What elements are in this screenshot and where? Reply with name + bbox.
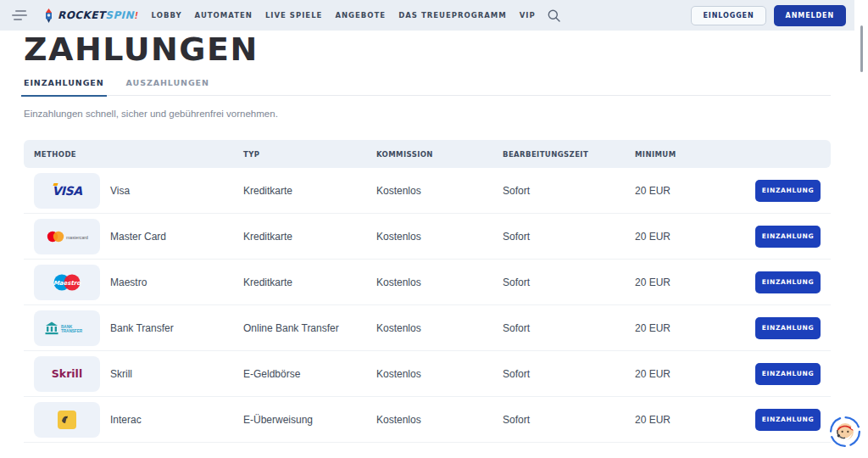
- column-header-kommission: KOMMISSION: [366, 150, 492, 159]
- support-santa-icon: [829, 416, 861, 448]
- method-kommission: Kostenlos: [366, 276, 492, 288]
- signup-button[interactable]: ANMELDEN: [774, 5, 846, 26]
- payments-tabs: EINZAHLUNGEN AUSZAHLUNGEN: [24, 78, 831, 96]
- svg-text:BANK: BANK: [61, 324, 73, 328]
- top-navigation-bar: ROCKETSPIN ! LOBBYAUTOMATENLIVE SPIELEAN…: [0, 0, 854, 31]
- auth-buttons: EINLOGGEN ANMELDEN: [691, 5, 846, 26]
- column-header-bearbeitungszeit: BEARBEITUNGSZEIT: [492, 150, 625, 159]
- method-typ: Kreditkarte: [233, 231, 366, 243]
- method-bearbeitungszeit: Sofort: [492, 414, 625, 426]
- method-name: Interac: [100, 414, 233, 426]
- nav-item-lobby[interactable]: LOBBY: [152, 11, 182, 20]
- method-kommission: Kostenlos: [366, 231, 492, 243]
- method-minimum: 20 EUR: [625, 276, 755, 288]
- method-bearbeitungszeit: Sofort: [492, 276, 625, 288]
- table-header: METHODE TYP KOMMISSION BEARBEITUNGSZEIT …: [24, 140, 831, 168]
- method-bearbeitungszeit: Sofort: [492, 322, 625, 334]
- svg-text:mastercard: mastercard: [66, 234, 88, 239]
- mastercard-logo: mastercard: [34, 219, 100, 254]
- table-row: mastercardMaster CardKreditkarteKostenlo…: [24, 214, 831, 260]
- page-description: Einzahlungen schnell, sicher und gebühre…: [24, 109, 831, 119]
- method-typ: Online Bank Transfer: [233, 322, 366, 334]
- table-row: VISAVisaKreditkarteKostenlosSofort20 EUR…: [24, 168, 831, 214]
- einzahlung-button[interactable]: EINZAHLUNG: [755, 226, 821, 248]
- method-typ: E-Geldbörse: [233, 368, 366, 380]
- interac-logo: [34, 402, 100, 438]
- method-typ: Kreditkarte: [233, 185, 366, 197]
- search-icon[interactable]: [548, 9, 560, 22]
- chat-widget[interactable]: [829, 416, 861, 448]
- tab-auszahlungen[interactable]: AUSZAHLUNGEN: [126, 78, 209, 87]
- method-bearbeitungszeit: Sofort: [492, 368, 625, 380]
- payments-table-body: VISAVisaKreditkarteKostenlosSofort20 EUR…: [24, 168, 831, 443]
- nav-item-automaten[interactable]: AUTOMATEN: [195, 11, 253, 20]
- nav-item-live-spiele[interactable]: LIVE SPIELE: [265, 11, 322, 20]
- einzahlung-button[interactable]: EINZAHLUNG: [755, 363, 821, 385]
- method-kommission: Kostenlos: [366, 368, 492, 380]
- logo[interactable]: ROCKETSPIN !: [42, 8, 138, 23]
- method-bearbeitungszeit: Sofort: [492, 185, 625, 197]
- bank-transfer-logo: BANKTRANSFER: [34, 310, 100, 346]
- einzahlung-button[interactable]: EINZAHLUNG: [755, 317, 821, 339]
- method-kommission: Kostenlos: [366, 414, 492, 426]
- method-minimum: 20 EUR: [625, 185, 755, 197]
- page-title: ZAHLUNGEN: [24, 33, 831, 65]
- skrill-logo: Skrill: [34, 356, 100, 392]
- column-header-typ: TYP: [233, 150, 366, 159]
- table-row: BANKTRANSFERBank TransferOnline Bank Tra…: [24, 305, 831, 351]
- login-button[interactable]: EINLOGGEN: [691, 6, 765, 25]
- nav-item-vip[interactable]: VIP: [520, 11, 536, 20]
- logo-text: ROCKETSPIN: [58, 9, 134, 21]
- method-typ: Kreditkarte: [233, 276, 366, 288]
- method-kommission: Kostenlos: [366, 322, 492, 334]
- nav-item-angebote[interactable]: ANGEBOTE: [335, 11, 386, 20]
- method-minimum: 20 EUR: [625, 368, 755, 380]
- column-header-methode: METHODE: [34, 150, 233, 159]
- einzahlung-button[interactable]: EINZAHLUNG: [755, 271, 821, 293]
- column-header-minimum: MINIMUM: [625, 150, 810, 159]
- method-name: Skrill: [100, 368, 233, 380]
- payments-table: METHODE TYP KOMMISSION BEARBEITUNGSZEIT …: [24, 140, 831, 443]
- logo-flame-icon: !: [135, 10, 138, 20]
- table-row: SkrillSkrillE-GeldbörseKostenlosSofort20…: [24, 351, 831, 397]
- method-minimum: 20 EUR: [625, 322, 755, 334]
- table-row: MaestroMaestroKreditkarteKostenlosSofort…: [24, 260, 831, 305]
- method-minimum: 20 EUR: [625, 231, 755, 243]
- method-kommission: Kostenlos: [366, 185, 492, 197]
- maestro-logo: Maestro: [34, 265, 100, 300]
- einzahlung-button[interactable]: EINZAHLUNG: [755, 180, 821, 202]
- payments-page: ZAHLUNGEN EINZAHLUNGEN AUSZAHLUNGEN Einz…: [0, 31, 854, 443]
- method-name: Visa: [100, 185, 233, 197]
- method-name: Bank Transfer: [100, 322, 233, 334]
- rocket-icon: [42, 8, 55, 23]
- method-bearbeitungszeit: Sofort: [492, 231, 625, 243]
- einzahlung-button[interactable]: EINZAHLUNG: [755, 409, 821, 431]
- method-typ: E-Überweisung: [233, 414, 366, 426]
- method-name: Maestro: [100, 276, 233, 288]
- nav-item-das-treueprogramm[interactable]: DAS TREUEPROGRAMM: [398, 11, 507, 20]
- main-nav: LOBBYAUTOMATENLIVE SPIELEANGEBOTEDAS TRE…: [152, 11, 536, 20]
- tab-einzahlungen[interactable]: EINZAHLUNGEN: [24, 78, 104, 87]
- method-minimum: 20 EUR: [625, 414, 755, 426]
- hamburger-menu-icon[interactable]: [12, 10, 29, 20]
- method-name: Master Card: [100, 231, 233, 243]
- svg-text:TRANSFER: TRANSFER: [61, 329, 83, 333]
- table-row: InteracE-ÜberweisungKostenlosSofort20 EU…: [24, 397, 831, 443]
- visa-logo: VISA: [34, 173, 100, 209]
- scrollbar-thumb[interactable]: [860, 25, 863, 72]
- svg-text:Maestro: Maestro: [53, 279, 81, 286]
